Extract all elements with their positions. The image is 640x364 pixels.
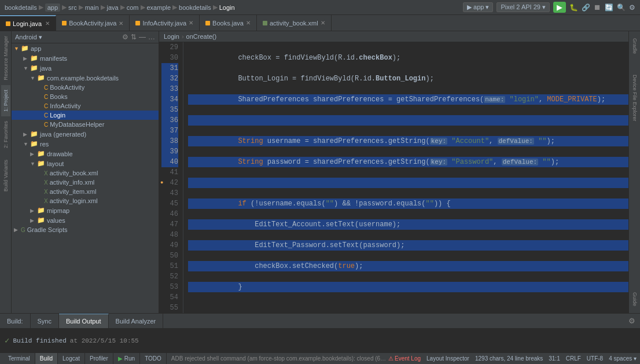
logcat-tab[interactable]: Logcat — [58, 353, 85, 364]
bottom-tab-build-output[interactable]: Build Output — [59, 314, 109, 328]
project-panel-title: Android ▾ — [15, 34, 42, 41]
tree-activity-item[interactable]: X activity_item.xml — [12, 187, 159, 196]
sep3: ▶ — [79, 3, 83, 11]
tree-app-label: app — [31, 45, 41, 52]
build-output-panel: ✓ Build finished at 2022/5/15 10:55 — [0, 328, 640, 352]
tree-java-gen[interactable]: ▶ 📁 java (generated) — [12, 129, 159, 139]
encoding[interactable]: UTF-8 — [587, 355, 603, 362]
build-variants-tab[interactable]: Build Variants — [1, 155, 10, 196]
close-tab-login[interactable]: ✕ — [45, 20, 50, 27]
breadcrumb-app[interactable]: app — [45, 3, 60, 12]
tab-bookactivity[interactable]: BookActivity.java ✕ — [56, 15, 130, 31]
code-line-39: checkBox.setChecked(true); — [188, 261, 628, 271]
tab-infoactivity[interactable]: InfoActivity.java ✕ — [130, 15, 200, 31]
build-text: Build finished — [13, 337, 66, 344]
settings-button[interactable]: ⚙ — [629, 3, 635, 12]
close-tab-infoactivity[interactable]: ✕ — [189, 20, 193, 26]
gradle-tab[interactable]: Gradle — [630, 34, 639, 58]
event-log[interactable]: ⚠ Event Log — [388, 355, 421, 362]
cursor-position[interactable]: 31:1 — [549, 355, 560, 362]
tree-infoactivity[interactable]: C InfoActivity — [12, 101, 159, 111]
tree-java-label: java — [40, 65, 52, 72]
breadcrumb-java[interactable]: java — [107, 4, 119, 11]
java-icon4 — [205, 21, 210, 25]
code-scroll-area[interactable]: 29 30 31 32 33 34 35 36 37 38 39 40 41 4… — [159, 42, 628, 313]
code-line-36: if (!username.equals("") && !password.eq… — [188, 198, 628, 209]
build-sub-tab[interactable]: Build — [35, 353, 58, 364]
resource-manager-tab[interactable]: Resource Manager — [1, 31, 10, 85]
run-button[interactable]: ▶ — [553, 2, 566, 13]
search-button[interactable]: 🔍 — [617, 3, 626, 12]
tab-activity-book-xml[interactable]: activity_book.xml ✕ — [257, 15, 332, 31]
tab-books[interactable]: Books.java ✕ — [200, 15, 257, 31]
tree-java[interactable]: ▼ 📁 java — [12, 63, 159, 73]
device-file-explorer-tab[interactable]: Device File Explorer — [630, 70, 639, 126]
tree-books[interactable]: C Books — [12, 92, 159, 101]
breadcrumb-src[interactable]: src — [68, 4, 77, 11]
tree-res[interactable]: ▼ 📁 res — [12, 139, 159, 149]
code-editor: Login › onCreate() 29 30 31 32 33 34 35 … — [159, 31, 628, 313]
tree-manifests[interactable]: ▶ 📁 manifests — [12, 53, 159, 63]
todo-tab[interactable]: TODO — [140, 353, 167, 364]
breadcrumb-bookdetails[interactable]: bookdetails — [5, 4, 37, 11]
breadcrumb-login[interactable]: Login — [219, 4, 235, 11]
sep8: ▶ — [213, 3, 218, 11]
sync-button[interactable]: 🔄 — [605, 3, 613, 12]
tree-mydbhelper[interactable]: C MyDatabaseHelper — [12, 120, 159, 129]
attach-button[interactable]: 🔗 — [582, 3, 590, 12]
debug-button[interactable]: 🐛 — [569, 3, 578, 12]
line-endings[interactable]: CRLF — [566, 355, 581, 362]
collapse-icon[interactable]: — — [139, 33, 146, 41]
tree-values[interactable]: ▶ 📁 values — [12, 215, 159, 225]
breadcrumb-main[interactable]: main — [85, 4, 99, 11]
tab-activity-book-xml-label: activity_book.xml — [270, 20, 318, 27]
bottom-tab-build[interactable]: Build: — [0, 314, 31, 328]
profiler-tab[interactable]: Profiler — [85, 353, 113, 364]
tree-package[interactable]: ▼ 📁 com.example.bookdetails — [12, 73, 159, 83]
indent[interactable]: 4 spaces ▾ — [609, 355, 637, 362]
breadcrumb-example[interactable]: example — [147, 4, 171, 11]
sort-icon[interactable]: ⇅ — [131, 33, 137, 41]
bottom-tab-build-analyzer[interactable]: Build Analyzer — [109, 314, 164, 328]
layout-inspector[interactable]: Layout Inspector — [426, 355, 469, 362]
close-tab-books[interactable]: ✕ — [246, 20, 251, 26]
tree-layout[interactable]: ▼ 📁 layout — [12, 159, 159, 168]
more-icon[interactable]: … — [148, 33, 155, 41]
device-selector[interactable]: Pixel 2 API 29 ▾ — [496, 2, 550, 12]
favorites-tab[interactable]: 2: Favorites — [1, 116, 10, 153]
tree-bookactivity[interactable]: C BookActivity — [12, 83, 159, 92]
tree-activity-login[interactable]: X activity_login.xml — [12, 196, 159, 205]
tree-gradle-label: Gradle Scripts — [27, 226, 68, 233]
close-tab-xml[interactable]: ✕ — [321, 20, 325, 26]
bottom-tab-sync[interactable]: Sync — [31, 314, 59, 328]
tree-app[interactable]: ▼ 📁 app — [12, 43, 159, 53]
code-line-32 — [188, 115, 628, 126]
guide-tab[interactable]: Guide — [630, 288, 639, 311]
tree-mipmap-label: mipmap — [47, 207, 69, 214]
breadcrumb-com[interactable]: com — [127, 4, 139, 11]
tree-gradle[interactable]: ▶ G Gradle Scripts — [12, 225, 159, 234]
tree-drawable-label: drawable — [47, 150, 73, 157]
bottom-gear[interactable]: ⚙ — [628, 317, 635, 325]
stop-button[interactable]: ⏹ — [594, 3, 601, 12]
tree-values-label: values — [47, 217, 65, 224]
cog-icon[interactable]: ⚙ — [122, 33, 128, 41]
tree-activity-item-label: activity_item.xml — [50, 188, 97, 195]
tree-drawable[interactable]: ▶ 📁 drawable — [12, 149, 159, 159]
tree-login[interactable]: C Login — [12, 111, 159, 120]
tree-manifests-label: manifests — [40, 55, 67, 62]
close-tab-bookactivity[interactable]: ✕ — [119, 20, 123, 27]
code-line-35 — [188, 178, 628, 188]
app-selector[interactable]: ▶ app ▾ — [463, 2, 493, 12]
tree-mipmap[interactable]: ▶ 📁 mipmap — [12, 205, 159, 215]
breadcrumb-login-file[interactable]: Login — [164, 33, 179, 40]
tree-activity-info[interactable]: X activity_info.xml — [12, 178, 159, 187]
code-content[interactable]: checkBox = findViewByld(R.id.checkBox); … — [183, 42, 628, 313]
project-tab[interactable]: 1: Project — [1, 85, 10, 116]
terminal-tab[interactable]: Terminal — [3, 353, 35, 364]
run-tab[interactable]: ▶ Run — [113, 353, 140, 364]
breadcrumb-oncreate[interactable]: onCreate() — [186, 33, 217, 40]
tree-activity-book[interactable]: X activity_book.xml — [12, 168, 159, 178]
breadcrumb-bookdetails2[interactable]: bookdetails — [179, 4, 211, 11]
tab-login-java[interactable]: Login.java ✕ — [0, 15, 56, 31]
